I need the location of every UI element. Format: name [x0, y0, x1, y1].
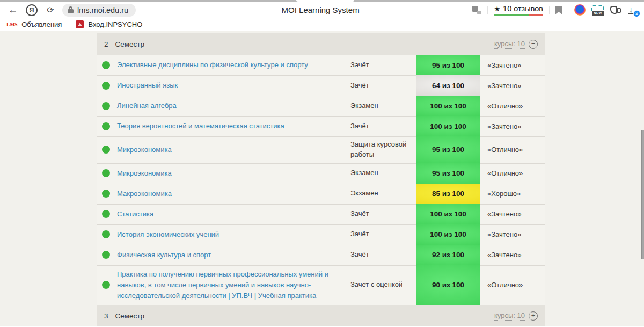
screenshot-tool-icon[interactable]: NEW [591, 5, 604, 16]
grade-text: «Отлично» [480, 169, 545, 177]
course-link[interactable]: Микроэкономика [117, 164, 346, 183]
divider [487, 6, 488, 14]
course-row: История экономических ученийЗачёт100 из … [97, 224, 545, 245]
collapse-semester-icon[interactable]: − [529, 40, 538, 49]
assessment-type: Зачёт [346, 118, 416, 135]
course-row: МикроэкономикаЗащита курсовой работы95 и… [97, 136, 545, 163]
score-cell: 100 из 100 [416, 204, 480, 224]
assessment-type: Экзамен [346, 165, 416, 181]
score-cell: 92 из 100 [416, 245, 480, 265]
course-row: Теория вероятностей и математическая ста… [97, 116, 545, 136]
score-cell: 95 из 100 [416, 163, 480, 184]
assessment-type: Экзамен [346, 185, 416, 202]
course-link[interactable]: Практика по получению первичных професси… [117, 265, 346, 305]
status-dot-icon [102, 61, 110, 69]
yandex-browser-icon[interactable]: Я [26, 4, 38, 16]
bookmark-label: Объявления [21, 20, 62, 28]
status-dot-icon [102, 122, 110, 130]
grade-text: «Отлично» [480, 102, 545, 110]
vertical-scrollbar[interactable] [641, 130, 644, 259]
grade-text: «Отлично» [480, 281, 545, 289]
address-bar[interactable]: lms.moi.edu.ru [62, 4, 136, 17]
bookmark-inpsycho[interactable]: Вход.INPSYCHO [76, 20, 142, 28]
course-rows: Элективные дисциплины по физической куль… [97, 55, 545, 305]
status-dot-icon [102, 190, 110, 198]
assessment-type: Зачёт [346, 206, 416, 222]
downloads-badge: 2 [633, 10, 640, 17]
page-title: MOI Learning System [282, 2, 360, 18]
download-arrow-icon: ↓ [629, 5, 633, 14]
rating-bar [494, 14, 543, 16]
toolbar-right-icons: ★ 10 отзывов NEW ↓ 2 [472, 4, 639, 16]
course-link[interactable]: Элективные дисциплины по физической куль… [117, 56, 346, 74]
course-link[interactable]: Иностранный язык [117, 76, 346, 95]
score-cell: 100 из 100 [416, 116, 480, 136]
courses-count-toggle[interactable]: курсы: 10 [494, 311, 525, 321]
course-row: Иностранный языкЗачёт64 из 100«Зачтено» [97, 75, 545, 96]
bookmark-flag-icon[interactable] [555, 6, 562, 14]
courses-count-toggle[interactable]: курсы: 10 [494, 40, 525, 49]
grade-text: «Хорошо» [480, 190, 545, 198]
collections-icon[interactable] [610, 5, 621, 15]
browser-toolbar: ← Я ⟳ lms.moi.edu.ru MOI Learning System… [0, 2, 644, 18]
assessment-type: Зачёт [346, 226, 416, 243]
new-badge: NEW [592, 11, 604, 16]
assessment-type: Зачёт [346, 246, 416, 263]
crest-favicon [76, 20, 84, 28]
status-dot-icon [102, 210, 110, 218]
assessment-type: Зачет с оценкой [346, 277, 416, 293]
assessment-type: Зачёт [346, 77, 416, 94]
course-link[interactable]: История экономических учений [117, 226, 346, 244]
course-link[interactable]: Макроэкономика [117, 185, 346, 203]
course-link[interactable]: Линейная алгебра [117, 97, 346, 115]
grade-text: «Зачтено» [480, 230, 545, 238]
grades-panel: 2 Семестр курсы: 10 − Элективные дисципл… [97, 33, 545, 326]
course-link[interactable]: Микроэкономика [117, 141, 346, 159]
course-row: МакроэкономикаЭкзамен85 из 100«Хорошо» [97, 184, 545, 204]
assessment-type: Зачёт [346, 57, 416, 74]
status-dot-icon [102, 281, 110, 289]
downloads-button[interactable]: ↓ 2 [627, 5, 639, 16]
status-dot-icon [102, 230, 110, 238]
grade-text: «Зачтено» [480, 210, 545, 218]
course-link[interactable]: Физическая культура и спорт [117, 246, 346, 264]
lms-favicon: LMS [6, 21, 17, 27]
chat-feedback-icon[interactable] [472, 6, 481, 14]
bookmark-announcements[interactable]: LMS Объявления [6, 20, 62, 28]
course-row: Практика по получению первичных професси… [97, 265, 545, 305]
semester-number: 2 [104, 40, 108, 48]
semester-label: Семестр [115, 312, 145, 320]
expand-semester-icon[interactable]: + [529, 311, 538, 321]
extension-icon[interactable] [574, 4, 586, 16]
score-cell: 90 из 100 [416, 265, 480, 305]
course-link[interactable]: Статистика [117, 205, 346, 223]
score-cell: 100 из 100 [416, 224, 480, 245]
status-dot-icon [102, 146, 110, 154]
status-dot-icon [102, 169, 110, 177]
grade-text: «Зачтено» [480, 251, 545, 259]
course-row: Линейная алгебраЭкзамен100 из 100«Отличн… [97, 96, 545, 116]
bookmarks-bar: LMS Объявления Вход.INPSYCHO [0, 18, 644, 31]
semester-3-header: 3 Семестр курсы: 10 + [97, 305, 545, 326]
status-dot-icon [102, 251, 110, 259]
site-rating-widget[interactable]: ★ 10 отзывов [494, 4, 543, 16]
lock-icon [68, 6, 74, 13]
back-button[interactable]: ← [5, 3, 20, 17]
score-cell: 100 из 100 [416, 96, 480, 116]
course-row: Элективные дисциплины по физической куль… [97, 55, 545, 75]
semester-2-header: 2 Семестр курсы: 10 − [97, 33, 545, 55]
reviews-count: 10 отзывов [503, 4, 543, 13]
assessment-type: Экзамен [346, 98, 416, 114]
score-cell: 64 из 100 [416, 75, 480, 96]
lms-page: 2 Семестр курсы: 10 − Элективные дисципл… [0, 31, 644, 326]
refresh-button[interactable]: ⟳ [43, 3, 58, 17]
score-cell: 85 из 100 [416, 184, 480, 204]
url-text: lms.moi.edu.ru [77, 6, 128, 14]
course-row: МикроэкономикаЭкзамен95 из 100«Отлично» [97, 163, 545, 184]
score-cell: 95 из 100 [416, 136, 480, 163]
course-link[interactable]: Теория вероятностей и математическая ста… [117, 117, 346, 135]
grade-text: «Зачтено» [480, 122, 545, 130]
grade-text: «Зачтено» [480, 61, 545, 69]
grade-text: «Зачтено» [480, 82, 545, 90]
score-cell: 95 из 100 [416, 55, 480, 75]
